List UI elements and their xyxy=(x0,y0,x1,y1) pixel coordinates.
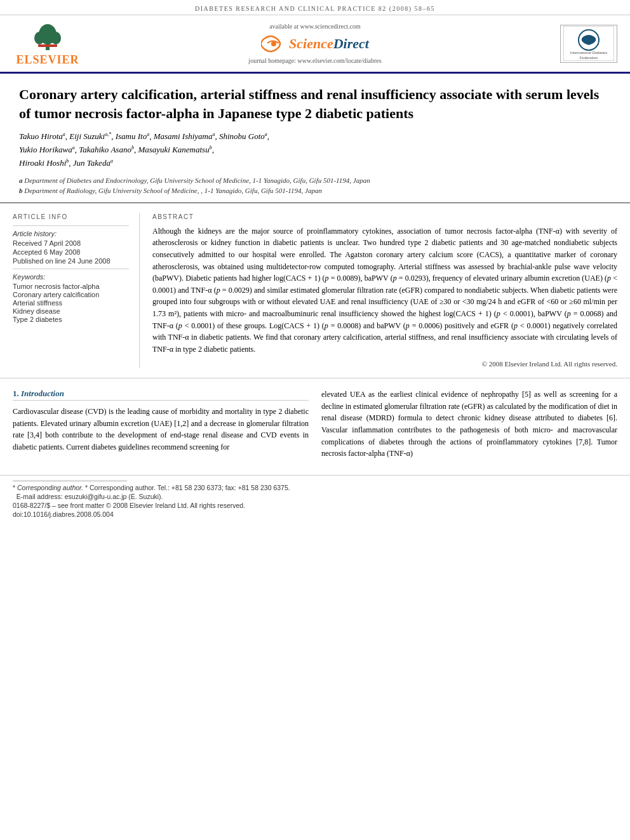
intro-paragraph-right: elevated UEA as the earliest clinical ev… xyxy=(321,389,617,460)
center-branding: available at www.sciencedirect.com Scien… xyxy=(83,23,547,64)
keyword-5: Type 2 diabetes xyxy=(13,316,129,323)
intro-paragraph-left: Cardiovascular disease (CVD) is the lead… xyxy=(13,406,309,453)
doi-line: doi:10.1016/j.diabres.2008.05.004 xyxy=(13,510,617,518)
accepted-date: Accepted 6 May 2008 xyxy=(13,248,129,256)
article-history-label: Article history: xyxy=(13,230,129,237)
journal-homepage-text: journal homepage: www.elsevier.com/locat… xyxy=(83,57,547,64)
elsevier-tree-icon xyxy=(25,20,70,52)
idf-badge: International Diabetes Federation xyxy=(560,25,617,63)
svg-point-3 xyxy=(51,32,61,44)
article-info-abstract-row: ARTICLE INFO Article history: Received 7… xyxy=(0,203,630,379)
journal-header: DIABETES RESEARCH AND CLINICAL PRACTICE … xyxy=(0,0,630,15)
article-affiliations: a Department of Diabetes and Endocrinolo… xyxy=(19,175,611,196)
two-col-body: 1. Introduction Cardiovascular disease (… xyxy=(13,389,617,465)
svg-point-5 xyxy=(271,41,276,46)
svg-point-2 xyxy=(34,32,44,44)
branding-row: ELSEVIER available at www.sciencedirect.… xyxy=(0,15,630,74)
sciencedirect-text: ScienceDirect xyxy=(289,36,369,52)
corresponding-text: * Corresponding author. Tel.: +81 58 230… xyxy=(85,484,290,491)
published-date: Published on line 24 June 2008 xyxy=(13,257,129,265)
available-at-text: available at www.sciencedirect.com xyxy=(83,23,547,30)
article-title: Coronary artery calcification, arterial … xyxy=(19,85,611,123)
sciencedirect-icon xyxy=(261,32,286,55)
introduction-heading: 1. Introduction xyxy=(13,389,309,401)
email-line: E-mail address: esuzuki@gifu-u.ac.jp (E.… xyxy=(13,493,617,500)
abstract-section: ABSTRACT Although the kidneys are the ma… xyxy=(152,213,617,368)
section-number: 1. xyxy=(13,389,19,398)
keywords-label: Keywords: xyxy=(13,273,129,281)
idf-badge-icon: International Diabetes Federation xyxy=(563,26,614,61)
journal-header-text: DIABETES RESEARCH AND CLINICAL PRACTICE … xyxy=(195,5,435,12)
body-right: elevated UEA as the earliest clinical ev… xyxy=(321,389,617,465)
idf-logo: International Diabetes Federation xyxy=(547,25,617,63)
body-left: 1. Introduction Cardiovascular disease (… xyxy=(13,389,309,465)
section-title-text: Introduction xyxy=(21,389,64,398)
corresponding-author: * Corresponding author. * Corresponding … xyxy=(13,484,617,491)
abstract-text: Although the kidneys are the major sourc… xyxy=(152,225,617,356)
received-date: Received 7 April 2008 xyxy=(13,239,129,247)
keyword-3: Arterial stiffness xyxy=(13,299,129,307)
footnote-divider-line xyxy=(13,481,127,481)
svg-text:International Diabetes: International Diabetes xyxy=(570,51,607,55)
article-info-panel: ARTICLE INFO Article history: Received 7… xyxy=(13,213,140,368)
abstract-copyright: © 2008 Elsevier Ireland Ltd. All rights … xyxy=(152,360,617,368)
issn-line: 0168-8227/$ – see front matter © 2008 El… xyxy=(13,502,617,509)
keyword-2: Coronary artery calcification xyxy=(13,291,129,298)
homepage-label: journal homepage: www.elsevier.com/locat… xyxy=(248,57,381,64)
abstract-title: ABSTRACT xyxy=(152,213,617,220)
article-info-title: ARTICLE INFO xyxy=(13,213,129,220)
keyword-4: Kidney disease xyxy=(13,307,129,315)
article-title-section: Coronary artery calcification, arterial … xyxy=(0,74,630,203)
footnotes: * Corresponding author. * Corresponding … xyxy=(0,475,630,522)
article-authors: Takuo Hirotaa, Eiji Suzukia,*, Isamu Ito… xyxy=(19,130,611,170)
sciencedirect-logo: ScienceDirect xyxy=(83,32,547,55)
svg-text:Federation: Federation xyxy=(580,56,598,60)
body-content: 1. Introduction Cardiovascular disease (… xyxy=(0,378,630,475)
elsevier-logo: ELSEVIER xyxy=(13,20,83,67)
elsevier-text: ELSEVIER xyxy=(16,53,79,67)
email-text: E-mail address: esuzuki@gifu-u.ac.jp (E.… xyxy=(17,493,163,500)
keyword-1: Tumor necrosis factor-alpha xyxy=(13,283,129,290)
svg-rect-4 xyxy=(38,44,57,47)
